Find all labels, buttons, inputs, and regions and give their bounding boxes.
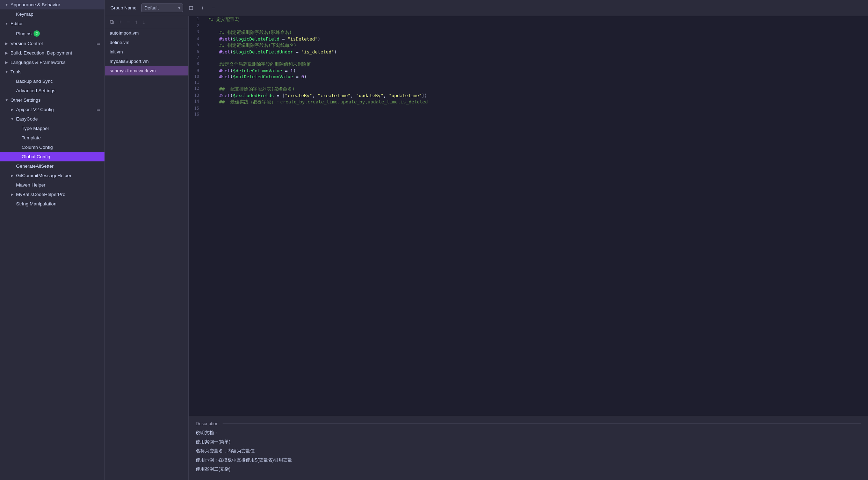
sidebar-item-git-commit[interactable]: GitCommitMessageHelper [0, 171, 104, 180]
line-content-5[interactable]: ## 指定逻辑删除字段名(下划线命名) [203, 42, 868, 49]
line-content-6[interactable]: #set($logicDeleteFieldUnder = "is_delete… [203, 49, 868, 55]
sidebar-item-languages[interactable]: Languages & Frameworks [0, 58, 104, 67]
sidebar-item-mybatis-code-helper[interactable]: MyBatisCodeHelperPro [0, 190, 104, 199]
group-name-select-wrapper[interactable]: DefaultCustom [141, 3, 183, 12]
sidebar-item-advanced-settings[interactable]: Advanced Settings [0, 86, 104, 95]
line-content-7[interactable] [203, 55, 868, 61]
line-num-3: 3 [189, 29, 203, 36]
editor-panel: 1## 定义配置宏2 3 ## 指定逻辑删除字段名(驼峰命名)4 #set($l… [189, 16, 868, 480]
chevron-git-commit [10, 173, 15, 178]
save-config-button[interactable]: ⊡ [187, 4, 195, 12]
line-num-15: 15 [189, 106, 203, 111]
sidebar: Appearance & BehaviorKeymapEditorPlugins… [0, 0, 105, 480]
rect-icon-apipost-v2: ▭ [96, 107, 100, 112]
file-item-1[interactable]: define.vm [105, 38, 188, 47]
upload-file-button[interactable]: ↑ [133, 18, 139, 26]
line-content-16[interactable] [203, 111, 868, 117]
table-row: 16 [189, 111, 868, 117]
sidebar-item-template[interactable]: Template [0, 133, 104, 143]
file-item-4[interactable]: sunrays-framework.vm [105, 66, 188, 75]
sidebar-item-type-mapper[interactable]: Type Mapper [0, 124, 104, 133]
line-num-2: 2 [189, 23, 203, 29]
line-content-4[interactable]: #set($logicDeleteField = "isDeleted") [203, 36, 868, 42]
sidebar-item-string-manipulation[interactable]: String Manipulation [0, 199, 104, 209]
line-num-11: 11 [189, 80, 203, 86]
sidebar-label-languages: Languages & Frameworks [10, 60, 66, 65]
sidebar-item-build-execution[interactable]: Build, Execution, Deployment [0, 48, 104, 58]
file-item-2[interactable]: init.vm [105, 47, 188, 57]
copy-file-button[interactable]: ⧉ [108, 18, 115, 26]
sidebar-label-maven-helper: Maven Helper [16, 182, 45, 188]
remove-file-button[interactable]: − [125, 18, 131, 26]
desc-section-0: 说明文档： [196, 430, 861, 436]
download-file-button[interactable]: ↓ [141, 18, 147, 26]
line-num-5: 5 [189, 42, 203, 49]
chevron-appearance [4, 2, 9, 7]
group-name-label: Group Name: [110, 5, 138, 10]
table-row: 11 [189, 80, 868, 86]
sidebar-item-plugins[interactable]: Plugins2 [0, 28, 104, 39]
line-num-16: 16 [189, 111, 203, 117]
file-list: autoImport.vmdefine.vminit.vmmybatisSupp… [105, 28, 188, 480]
sidebar-item-easycode[interactable]: EasyCode [0, 114, 104, 124]
desc-section-3: 使用示例：在模板中直接使用${变量名}引用变量 [196, 457, 861, 463]
chevron-easycode [10, 117, 15, 122]
line-content-1[interactable]: ## 定义配置宏 [203, 16, 868, 23]
code-editor[interactable]: 1## 定义配置宏2 3 ## 指定逻辑删除字段名(驼峰命名)4 #set($l… [189, 16, 868, 416]
sidebar-label-version-control: Version Control [10, 41, 43, 46]
sidebar-item-appearance[interactable]: Appearance & Behavior [0, 0, 104, 9]
line-content-3[interactable]: ## 指定逻辑删除字段名(驼峰命名) [203, 29, 868, 36]
desc-label-1: 使用案例一(简单) [196, 439, 861, 445]
line-content-15[interactable] [203, 106, 868, 111]
sidebar-item-generate-all-setter[interactable]: GenerateAllSetter [0, 161, 104, 171]
line-content-12[interactable]: ## 配置排除的字段列表(驼峰命名) [203, 86, 868, 93]
table-row: 2 [189, 23, 868, 29]
sidebar-item-apipost-v2[interactable]: Apipost V2 Config▭ [0, 105, 104, 114]
chevron-editor [4, 21, 9, 26]
line-content-8[interactable]: ##定义全局逻辑删除字段的删除值和未删除值 [203, 61, 868, 68]
remove-config-button[interactable]: − [210, 4, 217, 12]
line-num-1: 1 [189, 16, 203, 23]
chevron-languages [4, 60, 9, 65]
sidebar-item-version-control[interactable]: Version Control▭ [0, 39, 104, 48]
table-row: 5 ## 指定逻辑删除字段名(下划线命名) [189, 42, 868, 49]
rect-icon-version-control: ▭ [96, 41, 100, 46]
line-content-2[interactable] [203, 23, 868, 29]
code-table: 1## 定义配置宏2 3 ## 指定逻辑删除字段名(驼峰命名)4 #set($l… [189, 16, 868, 117]
header-bar: Group Name: DefaultCustom ⊡ + − [105, 0, 868, 16]
add-file-button[interactable]: + [117, 18, 123, 26]
file-list-panel: ⧉ + − ↑ ↓ autoImport.vmdefine.vminit.vmm… [105, 16, 189, 480]
description-sections: 说明文档：使用案例一(简单)名称为变量名，内容为变量值使用示例：在模板中直接使用… [196, 430, 861, 472]
line-num-4: 4 [189, 36, 203, 42]
line-content-11[interactable] [203, 80, 868, 86]
sidebar-label-advanced-settings: Advanced Settings [16, 88, 56, 93]
chevron-other-settings [4, 98, 9, 103]
line-content-13[interactable]: #set($excludedFields = ["createBy", "cre… [203, 93, 868, 99]
file-item-3[interactable]: mybatisSupport.vm [105, 57, 188, 66]
table-row: 15 [189, 106, 868, 111]
sidebar-label-easycode: EasyCode [16, 116, 38, 122]
add-config-button[interactable]: + [199, 4, 206, 12]
sidebar-label-other-settings: Other Settings [10, 97, 41, 103]
line-content-9[interactable]: #set($deleteColumnValue = 1) [203, 68, 868, 74]
table-row: 6 #set($logicDeleteFieldUnder = "is_dele… [189, 49, 868, 55]
sidebar-label-string-manipulation: String Manipulation [16, 201, 57, 206]
file-item-0[interactable]: autoImport.vm [105, 28, 188, 38]
sidebar-item-maven-helper[interactable]: Maven Helper [0, 180, 104, 190]
desc-label-0: 说明文档： [196, 430, 861, 436]
sidebar-item-keymap[interactable]: Keymap [0, 9, 104, 19]
desc-section-4: 使用案例二(复杂) [196, 466, 861, 472]
sidebar-item-other-settings[interactable]: Other Settings [0, 95, 104, 105]
line-content-14[interactable]: ## 最佳实践（必要字段）：create_by,create_time,upda… [203, 99, 868, 106]
group-name-select[interactable]: DefaultCustom [141, 3, 183, 12]
sidebar-label-backup-sync: Backup and Sync [16, 79, 53, 84]
sidebar-item-tools[interactable]: Tools [0, 67, 104, 77]
sidebar-item-column-config[interactable]: Column Config [0, 143, 104, 152]
description-area: Description: 说明文档：使用案例一(简单)名称为变量名，内容为变量值… [189, 416, 868, 480]
line-content-10[interactable]: #set($notDeletedColumnValue = 0) [203, 74, 868, 80]
sidebar-item-backup-sync[interactable]: Backup and Sync [0, 77, 104, 86]
desc-label-3: 使用示例：在模板中直接使用${变量名}引用变量 [196, 457, 861, 463]
sidebar-item-global-config[interactable]: Global Config [0, 152, 104, 161]
sidebar-item-editor[interactable]: Editor [0, 19, 104, 28]
content-area: ⧉ + − ↑ ↓ autoImport.vmdefine.vminit.vmm… [105, 16, 868, 480]
